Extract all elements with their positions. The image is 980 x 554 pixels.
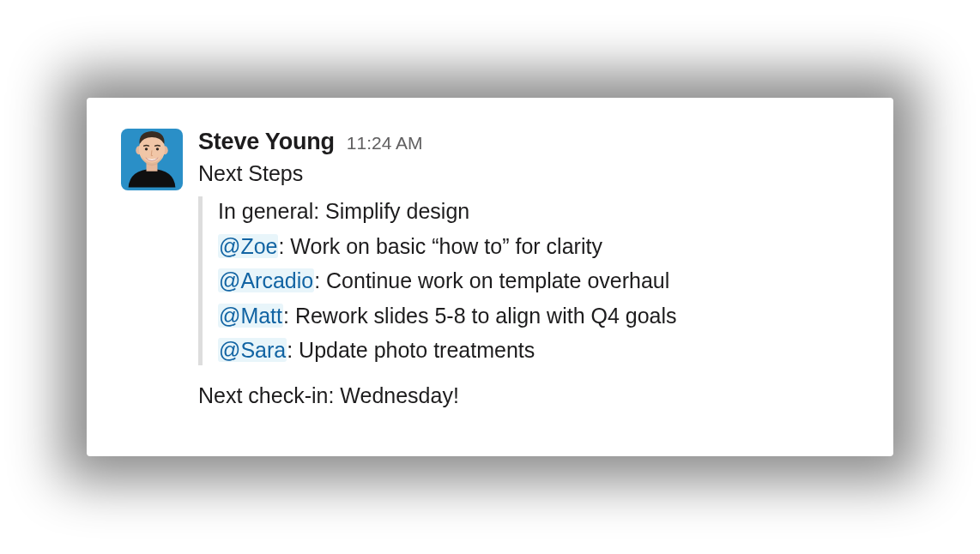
mention-link[interactable]: @Matt bbox=[218, 304, 283, 328]
author-name[interactable]: Steve Young bbox=[198, 129, 335, 155]
message-row: Steve Young 11:24 AM Next Steps In gener… bbox=[121, 129, 859, 414]
timestamp[interactable]: 11:24 AM bbox=[347, 133, 423, 154]
message-header: Steve Young 11:24 AM bbox=[198, 129, 859, 155]
message-content: Steve Young 11:24 AM Next Steps In gener… bbox=[198, 129, 859, 414]
quote-general: In general: Simplify design bbox=[218, 196, 859, 226]
message-quote: In general: Simplify design @Zoe: Work o… bbox=[198, 196, 859, 365]
avatar[interactable] bbox=[121, 129, 183, 190]
quote-item: @Matt: Rework slides 5-8 to align with Q… bbox=[218, 301, 859, 331]
message-body: Next Steps In general: Simplify design @… bbox=[198, 159, 859, 411]
svg-point-4 bbox=[145, 148, 148, 150]
svg-point-5 bbox=[156, 148, 159, 150]
message-footer: Next check-in: Wednesday! bbox=[198, 381, 859, 411]
mention-link[interactable]: @Sara bbox=[218, 338, 287, 362]
quote-item: @Zoe: Work on basic “how to” for clarity bbox=[218, 232, 859, 262]
quote-task: : Work on basic “how to” for clarity bbox=[278, 234, 602, 258]
quote-task: : Rework slides 5-8 to align with Q4 goa… bbox=[283, 304, 677, 328]
quote-item: @Sara: Update photo treatments bbox=[218, 335, 859, 365]
mention-link[interactable]: @Zoe bbox=[218, 234, 278, 258]
avatar-image bbox=[121, 129, 183, 190]
quote-item: @Arcadio: Continue work on template over… bbox=[218, 266, 859, 296]
quote-task: : Continue work on template overhaul bbox=[314, 268, 669, 292]
message-card: Steve Young 11:24 AM Next Steps In gener… bbox=[87, 98, 893, 457]
quote-task: : Update photo treatments bbox=[287, 338, 535, 362]
message-intro: Next Steps bbox=[198, 159, 859, 189]
mention-link[interactable]: @Arcadio bbox=[218, 268, 314, 292]
